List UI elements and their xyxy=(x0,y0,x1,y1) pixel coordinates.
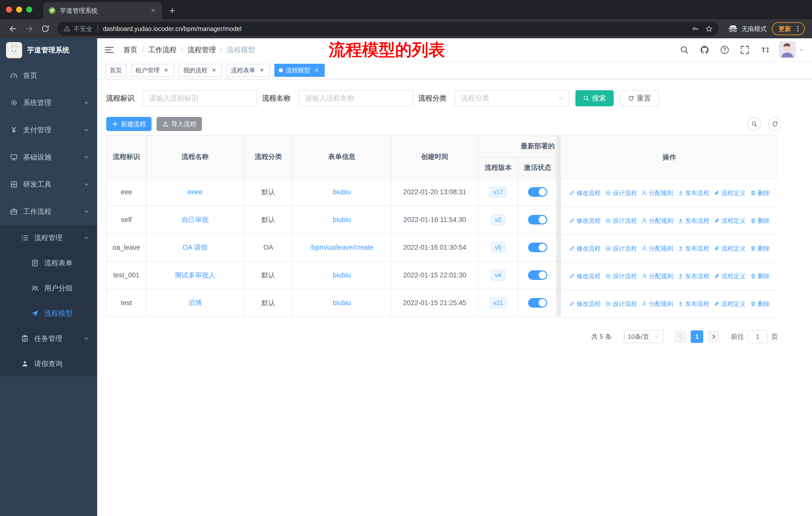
goto-page-input[interactable] xyxy=(748,330,768,343)
op-edit-link[interactable]: 修改流程 xyxy=(569,217,601,225)
sidebar-item-infrastructure[interactable]: 基础设施 xyxy=(0,144,97,171)
op-definition-link[interactable]: 流程定义 xyxy=(714,189,746,197)
op-assign-link[interactable]: 分配规则 xyxy=(641,244,673,252)
tag-process-model[interactable]: 流程模型× xyxy=(274,64,325,77)
process-name-link[interactable]: 自己审批 xyxy=(181,216,209,223)
sidebar-item-home[interactable]: 首页 xyxy=(0,62,97,89)
op-assign-link[interactable]: 分配规则 xyxy=(641,217,673,225)
op-edit-link[interactable]: 修改流程 xyxy=(569,272,601,280)
op-design-link[interactable]: 设计流程 xyxy=(605,244,637,252)
update-button[interactable]: 更新 xyxy=(772,22,805,35)
form-info-link[interactable]: /bpm/oa/leave/create xyxy=(310,244,374,251)
active-toggle[interactable] xyxy=(528,243,547,252)
back-icon[interactable] xyxy=(8,24,18,33)
sidebar-item-process-management[interactable]: 流程管理 xyxy=(0,225,97,250)
breadcrumb-item[interactable]: 首页 xyxy=(123,45,138,55)
op-definition-link[interactable]: 流程定义 xyxy=(714,244,746,252)
page-size-select[interactable]: 10条/页 xyxy=(624,330,664,343)
prev-page-button[interactable] xyxy=(674,330,687,343)
op-publish-link[interactable]: 发布流程 xyxy=(677,300,709,308)
active-toggle[interactable] xyxy=(528,270,547,280)
op-delete-link[interactable]: 删除 xyxy=(750,189,770,197)
tag-close-icon[interactable]: × xyxy=(313,67,320,74)
op-definition-link[interactable]: 流程定义 xyxy=(714,217,746,225)
sidebar-item-process-model[interactable]: 流程模型 xyxy=(0,301,97,326)
window-zoom-button[interactable] xyxy=(26,6,32,12)
address-bar[interactable]: 不安全 dashboard.yudao.iocoder.cn/bpm/manag… xyxy=(57,22,719,36)
tab-close-icon[interactable]: × xyxy=(149,6,157,15)
active-toggle[interactable] xyxy=(528,215,547,224)
op-publish-link[interactable]: 发布流程 xyxy=(677,272,709,280)
op-edit-link[interactable]: 修改流程 xyxy=(569,244,601,252)
op-delete-link[interactable]: 删除 xyxy=(750,272,770,280)
bookmark-star-icon[interactable] xyxy=(705,25,713,32)
op-publish-link[interactable]: 发布流程 xyxy=(677,217,709,225)
sidebar-item-system[interactable]: 系统管理 xyxy=(0,89,97,116)
search-button[interactable]: 搜索 xyxy=(575,90,614,106)
forward-icon[interactable] xyxy=(25,24,34,33)
op-publish-link[interactable]: 发布流程 xyxy=(677,244,709,252)
form-info-link[interactable]: biubiu xyxy=(333,271,351,279)
page-1-button[interactable]: 1 xyxy=(691,330,703,343)
textsize-icon[interactable]: T xyxy=(760,45,770,55)
sidebar-item-task-management[interactable]: 任务管理 xyxy=(0,326,97,351)
key-icon[interactable] xyxy=(692,25,699,32)
active-toggle[interactable] xyxy=(528,298,547,308)
op-definition-link[interactable]: 流程定义 xyxy=(714,272,746,280)
form-info-link[interactable]: biubiu xyxy=(333,299,351,307)
op-assign-link[interactable]: 分配规则 xyxy=(641,189,673,197)
sidebar-item-workflow[interactable]: 工作流程 xyxy=(0,198,97,225)
reset-button[interactable]: 重置 xyxy=(620,90,659,106)
question-icon[interactable] xyxy=(720,45,729,55)
github-icon[interactable] xyxy=(700,45,709,55)
new-tab-button[interactable]: + xyxy=(165,3,179,18)
op-edit-link[interactable]: 修改流程 xyxy=(569,300,601,308)
active-toggle[interactable] xyxy=(528,187,547,197)
tag-process-form[interactable]: 流程表单× xyxy=(227,64,270,77)
tag-close-icon[interactable]: × xyxy=(258,67,265,74)
breadcrumb-item[interactable]: 工作流程 xyxy=(148,45,177,55)
sidebar-item-payment[interactable]: 支付管理 xyxy=(0,116,97,144)
op-definition-link[interactable]: 流程定义 xyxy=(714,300,746,308)
next-page-button[interactable] xyxy=(707,330,720,343)
tag-close-icon[interactable]: × xyxy=(163,67,170,74)
menu-dots-icon[interactable] xyxy=(794,25,802,32)
window-close-button[interactable] xyxy=(6,6,12,12)
breadcrumb-item[interactable]: 流程管理 xyxy=(188,45,216,55)
op-design-link[interactable]: 设计流程 xyxy=(605,217,637,225)
process-name-link[interactable]: 滔博 xyxy=(188,299,202,307)
create-process-button[interactable]: 新建流程 xyxy=(106,117,151,131)
tag-tenant-management[interactable]: 租户管理× xyxy=(131,64,174,77)
form-info-link[interactable]: biubiu xyxy=(333,216,351,223)
window-minimize-button[interactable] xyxy=(16,6,22,12)
op-delete-link[interactable]: 删除 xyxy=(750,217,770,225)
sidebar-item-process-form[interactable]: 流程表单 xyxy=(0,250,97,276)
op-assign-link[interactable]: 分配规则 xyxy=(641,272,673,280)
import-process-button[interactable]: 导入流程 xyxy=(156,117,202,131)
op-design-link[interactable]: 设计流程 xyxy=(605,272,637,280)
op-delete-link[interactable]: 删除 xyxy=(750,244,770,252)
op-publish-link[interactable]: 发布流程 xyxy=(677,189,709,197)
op-assign-link[interactable]: 分配规则 xyxy=(641,300,673,308)
tag-home[interactable]: 首页 xyxy=(105,64,126,77)
tag-my-process[interactable]: 我的流程× xyxy=(179,64,222,77)
reload-icon[interactable] xyxy=(41,24,50,33)
process-name-link[interactable]: eeee xyxy=(187,188,203,196)
sidebar-item-user-group[interactable]: 用户分组 xyxy=(0,276,97,301)
op-edit-link[interactable]: 修改流程 xyxy=(569,189,601,197)
fullscreen-icon[interactable] xyxy=(740,45,750,55)
tag-close-icon[interactable]: × xyxy=(210,67,218,74)
form-info-link[interactable]: biubiu xyxy=(333,188,351,196)
op-design-link[interactable]: 设计流程 xyxy=(605,300,637,308)
refresh-table-button[interactable] xyxy=(768,117,782,131)
toggle-search-button[interactable] xyxy=(748,117,761,131)
op-delete-link[interactable]: 删除 xyxy=(750,300,770,308)
search-icon[interactable] xyxy=(679,45,689,55)
sidebar-item-devtools[interactable]: 研发工具 xyxy=(0,171,97,198)
sidebar-item-leave-query[interactable]: 请假查询 xyxy=(0,351,97,376)
browser-tab[interactable]: 芋道管理系统 × xyxy=(43,2,162,19)
process-name-input[interactable] xyxy=(298,90,413,106)
hamburger-icon[interactable] xyxy=(104,45,114,55)
avatar[interactable] xyxy=(779,41,804,58)
process-id-input[interactable] xyxy=(142,90,257,106)
